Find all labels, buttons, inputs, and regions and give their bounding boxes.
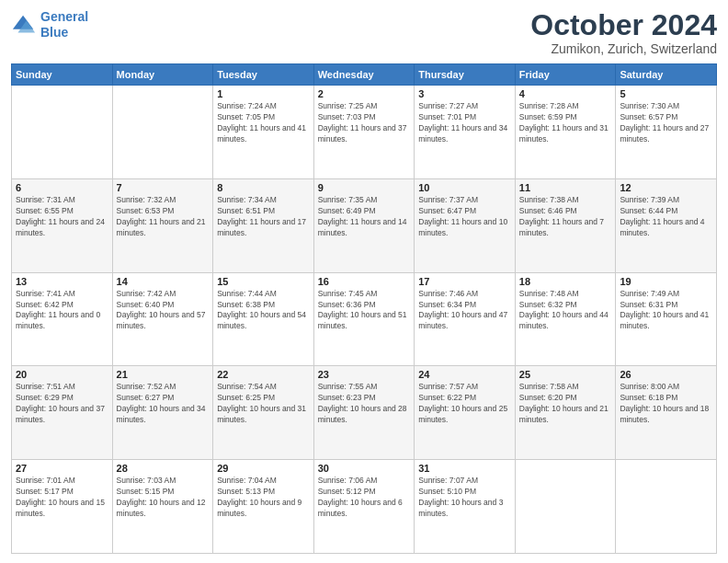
weekday-header: Friday bbox=[515, 64, 616, 86]
day-info: Sunrise: 7:44 AMSunset: 6:38 PMDaylight:… bbox=[217, 289, 310, 333]
day-number: 26 bbox=[620, 369, 712, 380]
day-number: 28 bbox=[117, 463, 210, 474]
day-info: Sunrise: 7:54 AMSunset: 6:25 PMDaylight:… bbox=[217, 382, 310, 426]
day-info: Sunrise: 7:35 AMSunset: 6:49 PMDaylight:… bbox=[318, 195, 411, 239]
calendar-day-cell: 10Sunrise: 7:37 AMSunset: 6:47 PMDayligh… bbox=[415, 178, 516, 272]
day-number: 22 bbox=[217, 369, 310, 380]
day-info: Sunrise: 7:32 AMSunset: 6:53 PMDaylight:… bbox=[117, 195, 210, 239]
day-info: Sunrise: 7:01 AMSunset: 5:17 PMDaylight:… bbox=[16, 476, 108, 520]
day-info: Sunrise: 7:58 AMSunset: 6:20 PMDaylight:… bbox=[519, 382, 612, 426]
day-info: Sunrise: 7:06 AMSunset: 5:12 PMDaylight:… bbox=[318, 476, 411, 520]
calendar-day-cell: 25Sunrise: 7:58 AMSunset: 6:20 PMDayligh… bbox=[515, 366, 616, 460]
day-info: Sunrise: 7:30 AMSunset: 6:57 PMDaylight:… bbox=[620, 101, 712, 145]
day-number: 19 bbox=[620, 276, 712, 287]
calendar-day-cell: 1Sunrise: 7:24 AMSunset: 7:05 PMDaylight… bbox=[213, 86, 314, 179]
calendar-day-cell bbox=[515, 460, 616, 554]
calendar-day-cell: 29Sunrise: 7:04 AMSunset: 5:13 PMDayligh… bbox=[213, 460, 314, 554]
day-number: 12 bbox=[620, 182, 712, 193]
logo-line1: General bbox=[40, 9, 88, 24]
weekday-header: Sunday bbox=[12, 64, 113, 86]
calendar-day-cell: 18Sunrise: 7:48 AMSunset: 6:32 PMDayligh… bbox=[515, 272, 616, 366]
weekday-header: Monday bbox=[112, 64, 213, 86]
day-info: Sunrise: 7:03 AMSunset: 5:15 PMDaylight:… bbox=[117, 476, 210, 520]
day-number: 3 bbox=[418, 88, 511, 99]
day-info: Sunrise: 7:48 AMSunset: 6:32 PMDaylight:… bbox=[519, 289, 612, 333]
calendar-day-cell: 13Sunrise: 7:41 AMSunset: 6:42 PMDayligh… bbox=[12, 272, 113, 366]
day-number: 27 bbox=[16, 463, 108, 474]
calendar-day-cell: 28Sunrise: 7:03 AMSunset: 5:15 PMDayligh… bbox=[112, 460, 213, 554]
day-info: Sunrise: 7:45 AMSunset: 6:36 PMDaylight:… bbox=[318, 289, 411, 333]
weekday-header: Tuesday bbox=[213, 64, 314, 86]
day-number: 17 bbox=[418, 276, 511, 287]
calendar-day-cell: 8Sunrise: 7:34 AMSunset: 6:51 PMDaylight… bbox=[213, 178, 314, 272]
calendar-day-cell: 6Sunrise: 7:31 AMSunset: 6:55 PMDaylight… bbox=[12, 178, 113, 272]
page: General Blue October 2024 Zumikon, Zuric… bbox=[0, 0, 728, 563]
day-info: Sunrise: 7:51 AMSunset: 6:29 PMDaylight:… bbox=[16, 382, 108, 426]
day-number: 2 bbox=[318, 88, 411, 99]
day-number: 11 bbox=[519, 182, 612, 193]
calendar-day-cell: 14Sunrise: 7:42 AMSunset: 6:40 PMDayligh… bbox=[112, 272, 213, 366]
day-info: Sunrise: 7:38 AMSunset: 6:46 PMDaylight:… bbox=[519, 195, 612, 239]
day-number: 31 bbox=[418, 463, 511, 474]
day-number: 1 bbox=[217, 88, 310, 99]
day-number: 10 bbox=[418, 182, 511, 193]
calendar-week-row: 20Sunrise: 7:51 AMSunset: 6:29 PMDayligh… bbox=[12, 366, 717, 460]
day-info: Sunrise: 7:37 AMSunset: 6:47 PMDaylight:… bbox=[418, 195, 511, 239]
calendar-day-cell: 2Sunrise: 7:25 AMSunset: 7:03 PMDaylight… bbox=[313, 86, 415, 179]
calendar-day-cell: 5Sunrise: 7:30 AMSunset: 6:57 PMDaylight… bbox=[616, 86, 717, 179]
calendar-day-cell: 20Sunrise: 7:51 AMSunset: 6:29 PMDayligh… bbox=[12, 366, 113, 460]
calendar-week-row: 1Sunrise: 7:24 AMSunset: 7:05 PMDaylight… bbox=[12, 86, 717, 179]
calendar-day-cell: 21Sunrise: 7:52 AMSunset: 6:27 PMDayligh… bbox=[112, 366, 213, 460]
day-number: 18 bbox=[519, 276, 612, 287]
day-info: Sunrise: 7:04 AMSunset: 5:13 PMDaylight:… bbox=[217, 476, 310, 520]
day-info: Sunrise: 7:52 AMSunset: 6:27 PMDaylight:… bbox=[117, 382, 210, 426]
day-info: Sunrise: 7:57 AMSunset: 6:22 PMDaylight:… bbox=[418, 382, 511, 426]
day-number: 8 bbox=[217, 182, 310, 193]
title-area: October 2024 Zumikon, Zurich, Switzerlan… bbox=[530, 9, 717, 56]
day-info: Sunrise: 7:41 AMSunset: 6:42 PMDaylight:… bbox=[16, 289, 108, 333]
day-number: 24 bbox=[418, 369, 511, 380]
day-info: Sunrise: 7:07 AMSunset: 5:10 PMDaylight:… bbox=[418, 476, 511, 520]
calendar-day-cell bbox=[616, 460, 717, 554]
logo-line2: Blue bbox=[40, 25, 68, 40]
logo: General Blue bbox=[11, 9, 88, 40]
day-number: 20 bbox=[16, 369, 108, 380]
day-number: 14 bbox=[117, 276, 210, 287]
day-number: 16 bbox=[318, 276, 411, 287]
weekday-header: Thursday bbox=[415, 64, 516, 86]
calendar-day-cell: 27Sunrise: 7:01 AMSunset: 5:17 PMDayligh… bbox=[12, 460, 113, 554]
weekday-header: Saturday bbox=[616, 64, 717, 86]
day-number: 9 bbox=[318, 182, 411, 193]
day-info: Sunrise: 8:00 AMSunset: 6:18 PMDaylight:… bbox=[620, 382, 712, 426]
day-info: Sunrise: 7:46 AMSunset: 6:34 PMDaylight:… bbox=[418, 289, 511, 333]
calendar-day-cell: 9Sunrise: 7:35 AMSunset: 6:49 PMDaylight… bbox=[313, 178, 415, 272]
calendar-day-cell: 19Sunrise: 7:49 AMSunset: 6:31 PMDayligh… bbox=[616, 272, 717, 366]
day-number: 30 bbox=[318, 463, 411, 474]
calendar-week-row: 13Sunrise: 7:41 AMSunset: 6:42 PMDayligh… bbox=[12, 272, 717, 366]
day-number: 6 bbox=[16, 182, 108, 193]
day-info: Sunrise: 7:25 AMSunset: 7:03 PMDaylight:… bbox=[318, 101, 411, 145]
day-number: 4 bbox=[519, 88, 612, 99]
day-number: 25 bbox=[519, 369, 612, 380]
logo-icon bbox=[11, 12, 37, 38]
weekday-header: Wednesday bbox=[313, 64, 415, 86]
calendar-day-cell: 12Sunrise: 7:39 AMSunset: 6:44 PMDayligh… bbox=[616, 178, 717, 272]
calendar-table: SundayMondayTuesdayWednesdayThursdayFrid… bbox=[11, 63, 717, 554]
calendar-day-cell: 24Sunrise: 7:57 AMSunset: 6:22 PMDayligh… bbox=[415, 366, 516, 460]
calendar-day-cell bbox=[12, 86, 113, 179]
calendar-day-cell: 26Sunrise: 8:00 AMSunset: 6:18 PMDayligh… bbox=[616, 366, 717, 460]
calendar-day-cell: 15Sunrise: 7:44 AMSunset: 6:38 PMDayligh… bbox=[213, 272, 314, 366]
day-info: Sunrise: 7:24 AMSunset: 7:05 PMDaylight:… bbox=[217, 101, 310, 145]
day-number: 29 bbox=[217, 463, 310, 474]
day-info: Sunrise: 7:27 AMSunset: 7:01 PMDaylight:… bbox=[418, 101, 511, 145]
day-number: 23 bbox=[318, 369, 411, 380]
calendar-day-cell: 30Sunrise: 7:06 AMSunset: 5:12 PMDayligh… bbox=[313, 460, 415, 554]
calendar-day-cell: 16Sunrise: 7:45 AMSunset: 6:36 PMDayligh… bbox=[313, 272, 415, 366]
calendar-day-cell: 22Sunrise: 7:54 AMSunset: 6:25 PMDayligh… bbox=[213, 366, 314, 460]
calendar-day-cell: 23Sunrise: 7:55 AMSunset: 6:23 PMDayligh… bbox=[313, 366, 415, 460]
day-info: Sunrise: 7:55 AMSunset: 6:23 PMDaylight:… bbox=[318, 382, 411, 426]
day-number: 5 bbox=[620, 88, 712, 99]
subtitle: Zumikon, Zurich, Switzerland bbox=[530, 41, 717, 56]
day-info: Sunrise: 7:49 AMSunset: 6:31 PMDaylight:… bbox=[620, 289, 712, 333]
day-info: Sunrise: 7:39 AMSunset: 6:44 PMDaylight:… bbox=[620, 195, 712, 239]
